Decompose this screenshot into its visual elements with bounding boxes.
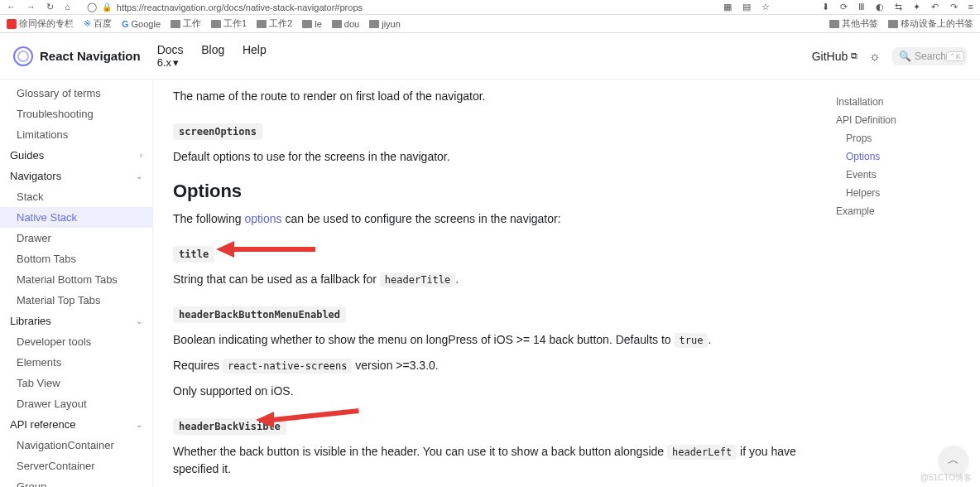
ext5-icon[interactable]: ↷ xyxy=(950,2,958,12)
star-icon[interactable]: ☆ xyxy=(761,2,770,12)
sidebar-item-group[interactable]: Group xyxy=(0,476,152,487)
text: Boolean indicating whether to show the m… xyxy=(173,333,675,346)
sidebar-item-material-bottom-tabs[interactable]: Material Bottom Tabs xyxy=(0,269,152,290)
address-bar[interactable]: ◯ 🔒 https://reactnavigation.org/docs/nat… xyxy=(87,2,707,12)
sidebar-label: ServerContainer xyxy=(17,460,95,472)
toc-api-definition[interactable]: API Definition xyxy=(831,111,972,129)
ext3-icon[interactable]: ✦ xyxy=(913,2,920,12)
brand-name[interactable]: React Navigation xyxy=(40,49,141,63)
ext1-icon[interactable]: ◐ xyxy=(876,2,884,12)
bookmark-folder[interactable]: 工作 xyxy=(171,17,201,30)
bookmark-folder[interactable]: le xyxy=(302,19,322,29)
sidebar-item-navigation-container[interactable]: NavigationContainer xyxy=(0,435,152,456)
sidebar-item-developer-tools[interactable]: Developer tools xyxy=(0,331,152,352)
title-desc: String that can be used as a fallback fo… xyxy=(173,271,803,288)
sidebar-item-drawer-layout[interactable]: Drawer Layout xyxy=(0,393,152,414)
sidebar-label: Material Top Tabs xyxy=(17,294,100,306)
sidebar-label: Troubleshooting xyxy=(17,108,94,120)
bookmark-folder[interactable]: 工作2 xyxy=(257,17,292,30)
bars-icon[interactable]: Ⅲ xyxy=(858,2,865,12)
sidebar-label: Developer tools xyxy=(17,335,91,348)
toc-helpers[interactable]: Helpers xyxy=(831,184,972,202)
folder-icon xyxy=(888,20,898,28)
bookmark-folder[interactable]: 其他书签 xyxy=(829,17,878,30)
bookmark-folder[interactable]: dou xyxy=(332,19,359,29)
options-link[interactable]: options xyxy=(244,212,281,225)
nav-help[interactable]: Help xyxy=(243,43,267,56)
nav-docs[interactable]: Docs xyxy=(157,43,184,56)
sync-icon[interactable]: ⟳ xyxy=(840,2,848,12)
bookmark-label: 百度 xyxy=(94,17,112,30)
sidebar-label: Limitations xyxy=(17,128,68,141)
bookmark-label: jiyun xyxy=(382,19,401,29)
folder-icon xyxy=(171,20,180,28)
bookmark-label: le xyxy=(315,19,322,29)
header-back-visible-label: headerBackVisible xyxy=(173,418,286,435)
text: The following xyxy=(173,212,244,225)
sidebar-item-glossary[interactable]: Glossary of terms xyxy=(0,83,152,104)
url-text: https://reactnavigation.org/docs/native-… xyxy=(117,2,363,12)
back-icon[interactable]: ← xyxy=(7,2,16,12)
sidebar-item-server-container[interactable]: ServerContainer xyxy=(0,456,152,476)
sidebar-cat-libraries[interactable]: Libraries⌄ xyxy=(0,311,152,331)
sidebar-label: Material Bottom Tabs xyxy=(17,273,118,286)
bookmark-item[interactable]: 徐同保的专栏 xyxy=(7,17,74,30)
scroll-to-top-button[interactable]: ︿ xyxy=(939,446,968,475)
folder-icon xyxy=(302,20,312,28)
toc-installation[interactable]: Installation xyxy=(831,93,972,111)
requires-desc: Requires react-native-screens version >=… xyxy=(173,357,803,374)
toc-example[interactable]: Example xyxy=(831,202,972,220)
sidebar-item-elements[interactable]: Elements xyxy=(0,352,152,373)
bookmark-label: 工作1 xyxy=(223,17,247,30)
folder-icon xyxy=(332,20,342,28)
external-link-icon: ⧉ xyxy=(851,51,858,61)
sidebar-item-bottom-tabs[interactable]: Bottom Tabs xyxy=(0,248,152,269)
header-back-menu-desc: Boolean indicating whether to show the m… xyxy=(173,331,803,349)
sidebar-cat-api-reference[interactable]: API reference⌄ xyxy=(0,414,152,435)
bookmark-folder[interactable]: 移动设备上的书签 xyxy=(888,17,973,30)
text: version >=3.3.0. xyxy=(352,359,438,372)
nav-blog[interactable]: Blog xyxy=(201,43,224,56)
ext2-icon[interactable]: ⇆ xyxy=(895,2,902,12)
browser-toolbar: ← → ↻ ⌂ ◯ 🔒 https://reactnavigation.org/… xyxy=(0,0,980,15)
search-button[interactable]: 🔍 Search ⌃K xyxy=(892,47,967,65)
folder-icon xyxy=(211,20,221,28)
forward-icon[interactable]: → xyxy=(26,2,36,12)
reader-icon[interactable]: ▤ xyxy=(742,2,751,12)
bookmark-folder[interactable]: 工作1 xyxy=(211,17,247,30)
menu-icon[interactable]: ≡ xyxy=(968,2,973,12)
sidebar-label: Navigators xyxy=(10,170,61,182)
download-icon[interactable]: ⬇ xyxy=(822,2,829,12)
sidebar-item-troubleshooting[interactable]: Troubleshooting xyxy=(0,104,152,124)
options-heading: Options xyxy=(173,181,803,202)
screen-options-desc: Default options to use for the screens i… xyxy=(173,148,803,166)
bookmark-folder[interactable]: jiyun xyxy=(369,19,401,29)
ext4-icon[interactable]: ↶ xyxy=(931,2,939,12)
theme-toggle[interactable]: ☼ xyxy=(869,49,881,63)
bookmark-item[interactable]: ※百度 xyxy=(84,17,112,30)
sidebar-item-native-stack[interactable]: Native Stack xyxy=(0,207,152,228)
sidebar-cat-guides[interactable]: Guides› xyxy=(0,145,152,166)
bookmark-label: 其他书签 xyxy=(842,17,878,30)
reload-icon[interactable]: ↻ xyxy=(46,2,54,12)
brand-logo[interactable] xyxy=(13,46,33,66)
sidebar-item-drawer[interactable]: Drawer xyxy=(0,228,152,248)
watermark: @51CTO博客 xyxy=(920,472,972,484)
inline-code: true xyxy=(675,333,709,348)
github-link[interactable]: GitHub⧉ xyxy=(812,50,858,63)
sidebar-item-limitations[interactable]: Limitations xyxy=(0,124,152,145)
version-dropdown[interactable]: 6.x▾ xyxy=(157,56,281,69)
bookmark-label: 工作2 xyxy=(269,17,292,30)
toc-props[interactable]: Props xyxy=(831,129,972,147)
qr-icon[interactable]: ▦ xyxy=(723,2,732,12)
bookmark-item[interactable]: GGoogle xyxy=(122,19,161,29)
sidebar-cat-navigators[interactable]: Navigators⌄ xyxy=(0,166,152,186)
sidebar-item-tab-view[interactable]: Tab View xyxy=(0,373,152,393)
text: can be used to configure the screens in … xyxy=(282,212,561,225)
home-icon[interactable]: ⌂ xyxy=(65,2,70,12)
toc-events[interactable]: Events xyxy=(831,166,972,184)
sidebar-item-stack[interactable]: Stack xyxy=(0,186,152,207)
toc-options[interactable]: Options xyxy=(831,147,972,166)
sidebar-item-material-top-tabs[interactable]: Material Top Tabs xyxy=(0,290,152,311)
options-intro: The following options can be used to con… xyxy=(173,210,803,228)
